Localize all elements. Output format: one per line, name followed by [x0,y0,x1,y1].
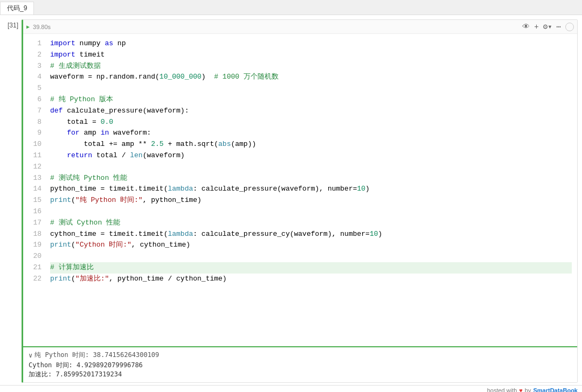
settings-icon[interactable]: ⚙▾ [543,22,552,31]
code-line: total = 0.0 [50,117,572,128]
line-numbers: 1 2 3 4 5 6 7 8 9 10 11 12 13 14 15 16 1 [23,34,45,346]
code-line: # 测试纯 Python 性能 [50,173,572,184]
output-toggle[interactable]: ∨ 纯 Python 时间: 38.74156264300109 [29,351,572,360]
code-line: print("Cython 时间:", cython_time) [50,240,572,251]
footer-by-text: by [525,387,531,392]
code-line: cython_time = timeit.timeit(lambda: calc… [50,229,572,240]
more-icon[interactable]: ⋯ [557,22,561,31]
code-line: for amp in waveform: [50,128,572,139]
footer: hosted with ♥ by SmartDataBook [0,385,582,392]
cell-toolbar: 👁 + ⚙▾ ⋯ [522,22,574,31]
output-area: ∨ 纯 Python 时间: 38.74156264300109 Cython … [23,346,577,382]
code-content[interactable]: import numpy as np import timeit # 生成测试数… [45,34,577,346]
code-line: # 计算加速比 [50,262,572,274]
code-line: def calculate_pressure(waveform): [50,106,572,117]
code-line: return total / len(waveform) [50,150,572,162]
main-area: [31] ▶ 39.80s 👁 + ⚙▾ ⋯ [0,17,582,383]
code-line: # 纯 Python 版本 [50,94,572,106]
output-line1: 纯 Python 时间: 38.74156264300109 [34,351,159,360]
code-line [50,83,572,94]
code-line: # 生成测试数据 [50,61,572,72]
run-time: 39.80s [33,24,51,30]
code-line: print("纯 Python 时间:", python_time) [50,195,572,206]
run-icon[interactable]: ▶ [26,24,30,30]
add-icon[interactable]: + [534,23,538,31]
output-line2: Cython 时间: 4.929892079996786 [29,361,572,370]
code-line [50,206,572,218]
code-line: python_time = timeit.timeit(lambda: calc… [50,184,572,195]
tab-bar: 代码_9 [0,0,582,15]
circle-icon[interactable] [565,23,574,31]
cell-header: ▶ 39.80s 👁 + ⚙▾ ⋯ [23,20,577,34]
code-line: waveform = np.random.rand(10_000_000) # … [50,72,572,83]
active-tab[interactable]: 代码_9 [0,2,34,15]
eye-icon[interactable]: 👁 [522,23,530,31]
footer-brand[interactable]: SmartDataBook [533,387,578,392]
cell-header-left: ▶ 39.80s [26,24,51,30]
code-line: import numpy as np [50,38,572,50]
output-line3: 加速比: 7.859952017319234 [29,370,572,379]
code-line: total += amp ** 2.5 + math.sqrt(abs(amp)… [50,139,572,150]
code-line: # 测试 Cython 性能 [50,218,572,229]
code-line: print("加速比:", python_time / cython_time) [50,274,572,285]
footer-right: hosted with ♥ by SmartDataBook [487,387,578,392]
footer-hosted-text: hosted with [487,387,517,392]
execution-count: [31] [0,17,22,383]
code-area: 1 2 3 4 5 6 7 8 9 10 11 12 13 14 15 16 1 [23,34,577,346]
code-line [50,251,572,262]
notebook-container: 代码_9 [31] ▶ 39.80s 👁 + ⚙▾ ⋯ [0,0,582,392]
code-line [50,162,572,173]
code-line: import timeit [50,50,572,61]
heart-icon: ♥ [519,387,523,392]
code-cell: ▶ 39.80s 👁 + ⚙▾ ⋯ 1 2 3 4 5 [22,19,578,383]
